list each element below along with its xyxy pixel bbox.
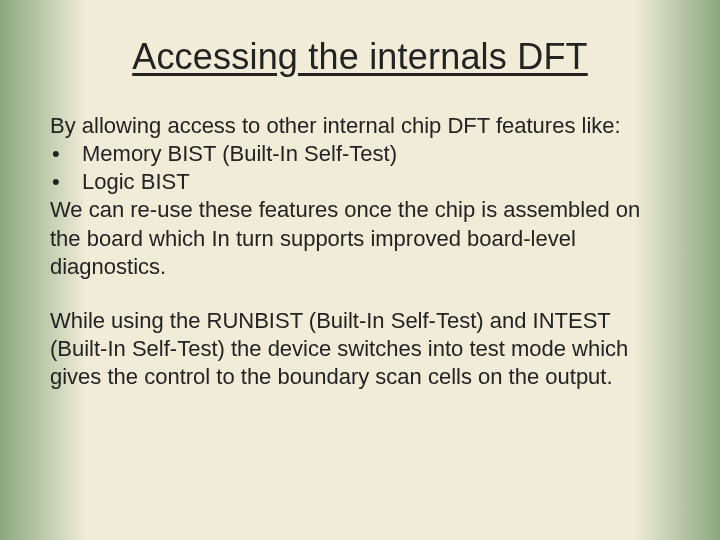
- bullet-icon: •: [50, 168, 82, 196]
- bullet-text: Memory BIST (Built-In Self-Test): [82, 140, 397, 168]
- slide-title: Accessing the internals DFT: [48, 36, 672, 78]
- paragraph-1-intro: By allowing access to other internal chi…: [50, 112, 670, 140]
- paragraph-1-outro: We can re-use these features once the ch…: [50, 196, 670, 280]
- slide-body: By allowing access to other internal chi…: [48, 112, 672, 391]
- paragraph-2: While using the RUNBIST (Built-In Self-T…: [50, 307, 670, 391]
- bullet-item: • Logic BIST: [50, 168, 670, 196]
- bullet-text: Logic BIST: [82, 168, 190, 196]
- bullet-icon: •: [50, 140, 82, 168]
- paragraph-1: By allowing access to other internal chi…: [50, 112, 670, 281]
- slide: Accessing the internals DFT By allowing …: [0, 0, 720, 540]
- bullet-item: • Memory BIST (Built-In Self-Test): [50, 140, 670, 168]
